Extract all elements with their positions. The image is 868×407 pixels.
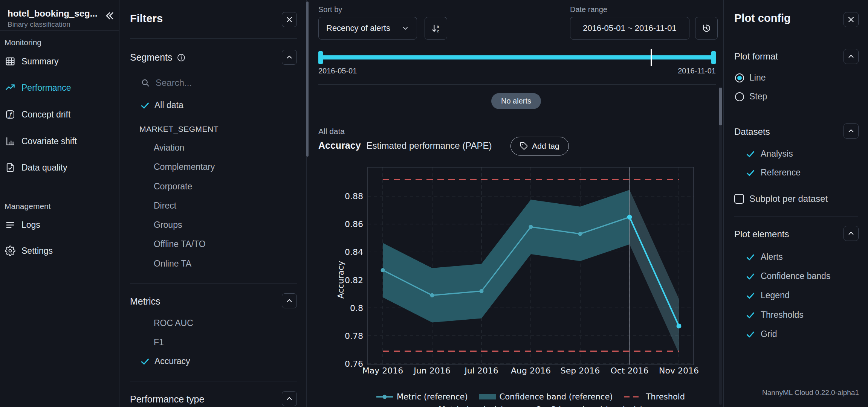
check-icon	[746, 271, 755, 281]
segment-option[interactable]: Groups	[154, 220, 182, 230]
legend-band-reference[interactable]: Confidence band (reference)	[479, 392, 613, 401]
collapse-performance-type-button[interactable]	[282, 391, 297, 406]
divider	[734, 39, 858, 39]
sidebar-item-settings[interactable]: Settings	[0, 242, 119, 259]
dataset-analysis[interactable]: Analysis	[746, 149, 793, 159]
element-thresholds[interactable]: Thresholds	[746, 310, 804, 320]
segment-option[interactable]: Online TA	[154, 259, 191, 269]
divider	[0, 30, 119, 31]
metric-option[interactable]: ROC AUC	[154, 318, 193, 328]
slider-handle-start[interactable]	[318, 51, 323, 64]
close-icon	[286, 16, 293, 23]
performance-type-section-title: Performance type	[130, 394, 204, 405]
reset-date-range-button[interactable]	[695, 17, 718, 40]
divider	[734, 216, 858, 216]
svg-text:Jul 2016: Jul 2016	[464, 366, 498, 375]
check-icon	[746, 252, 755, 262]
check-icon	[140, 357, 150, 366]
threshold-swatch	[624, 394, 642, 400]
sidebar-item-summary[interactable]: Summary	[0, 53, 119, 70]
chart-legend: Metric (reference) Confidence band (refe…	[368, 392, 694, 407]
segment-option[interactable]: Direct	[154, 201, 176, 211]
close-plot-config-button[interactable]	[844, 12, 859, 27]
collapse-sidebar-icon[interactable]	[104, 11, 115, 23]
main-scrollbar[interactable]	[719, 88, 722, 125]
segment-option[interactable]: Corporate	[154, 181, 192, 192]
chevron-up-icon	[847, 127, 855, 135]
date-range-input[interactable]: 2016-05-01 ~ 2016-11-01	[570, 17, 689, 40]
main-scrollbar-track[interactable]	[719, 87, 722, 405]
element-alerts[interactable]: Alerts	[746, 252, 783, 262]
tag-icon	[520, 142, 528, 150]
sidebar-item-label: Data quality	[21, 163, 67, 173]
logs-lines-icon	[5, 220, 15, 230]
collapse-segments-button[interactable]	[282, 50, 297, 65]
segments-search[interactable]	[141, 78, 269, 88]
info-icon[interactable]	[177, 53, 186, 62]
sort-by-label: Sort by	[318, 5, 342, 14]
segment-option[interactable]: Aviation	[154, 143, 184, 153]
metric-option[interactable]: F1	[154, 337, 164, 348]
metric-option-selected[interactable]: Accuracy	[140, 356, 190, 366]
section-management: Management	[5, 202, 51, 211]
svg-text:May 2016: May 2016	[362, 366, 403, 375]
chevron-up-icon	[847, 52, 855, 61]
segment-label: All data	[154, 100, 183, 110]
sidebar-item-data-quality[interactable]: Data quality	[0, 159, 119, 176]
sidebar-item-concept-drift[interactable]: ƒ Concept drift	[0, 106, 119, 123]
segment-all-data[interactable]: All data	[140, 100, 183, 110]
check-icon	[746, 168, 755, 178]
collapse-plot-elements-button[interactable]	[844, 226, 859, 241]
plot-metric-subtitle: Estimated performance (PAPE)	[367, 140, 492, 151]
collapse-metrics-button[interactable]	[282, 293, 297, 308]
chevron-up-icon	[285, 395, 293, 403]
divider	[130, 283, 297, 284]
trend-icon	[5, 82, 15, 93]
segment-option[interactable]: Complementary	[154, 162, 215, 172]
chevron-down-icon	[402, 24, 409, 32]
filters-scrollbar[interactable]	[306, 2, 309, 157]
plot-config-panel: Plot config Plot format Line Step Datase…	[723, 0, 868, 407]
element-grid[interactable]: Grid	[746, 329, 777, 339]
legend-row-analysis: Metric (analysis) Confidence band (analy…	[418, 405, 643, 407]
legend-threshold[interactable]: Threshold	[624, 392, 685, 401]
check-icon	[746, 310, 755, 320]
segment-option[interactable]: Offline TA/TO	[154, 239, 206, 249]
close-filters-button[interactable]	[282, 12, 297, 27]
date-slider-track[interactable]	[318, 55, 716, 59]
band-swatch	[479, 394, 496, 400]
sort-direction-button[interactable]: a z	[425, 17, 447, 40]
format-option-step[interactable]: Step	[735, 91, 767, 102]
performance-chart[interactable]: 0.880.860.840.820.80.780.76May 2016Jun 2…	[335, 162, 720, 380]
legend-metric-reference[interactable]: Metric (reference)	[376, 392, 468, 401]
sort-by-select[interactable]: Recency of alerts	[318, 17, 417, 40]
slider-handle-end[interactable]	[711, 51, 716, 64]
svg-text:0.84: 0.84	[345, 247, 363, 257]
collapse-datasets-button[interactable]	[844, 123, 859, 139]
collapse-plot-format-button[interactable]	[844, 49, 859, 64]
summary-grid-icon	[5, 56, 15, 67]
divider	[130, 381, 297, 381]
check-icon	[746, 149, 755, 159]
element-legend[interactable]: Legend	[746, 290, 790, 300]
format-option-line[interactable]: Line	[735, 73, 766, 83]
add-tag-button[interactable]: Add tag	[510, 137, 569, 155]
sidebar-item-covariate-shift[interactable]: Covariate shift	[0, 133, 119, 149]
legend-metric-analysis[interactable]: Metric (analysis)	[418, 405, 504, 407]
model-name: hotel_booking_seg...	[8, 8, 102, 19]
slider-end-date: 2016-11-01	[678, 67, 716, 75]
svg-text:a: a	[437, 24, 439, 29]
chevron-up-icon	[285, 297, 293, 305]
legend-band-analysis[interactable]: Confidence band (analysis)	[515, 405, 643, 407]
sidebar-item-performance[interactable]: Performance	[0, 79, 119, 96]
element-confidence-bands[interactable]: Confidence bands	[746, 271, 830, 281]
search-input[interactable]	[156, 78, 269, 88]
divider	[130, 38, 297, 39]
slider-current-marker[interactable]	[651, 49, 652, 66]
sidebar-item-logs[interactable]: Logs	[0, 216, 119, 233]
section-monitoring: Monitoring	[5, 38, 41, 47]
dataset-reference[interactable]: Reference	[746, 168, 801, 178]
subplot-per-dataset-toggle[interactable]: Subplot per dataset	[734, 194, 828, 204]
legend-row-reference: Metric (reference) Confidence band (refe…	[376, 392, 685, 401]
sidebar-item-label: Summary	[21, 56, 58, 67]
